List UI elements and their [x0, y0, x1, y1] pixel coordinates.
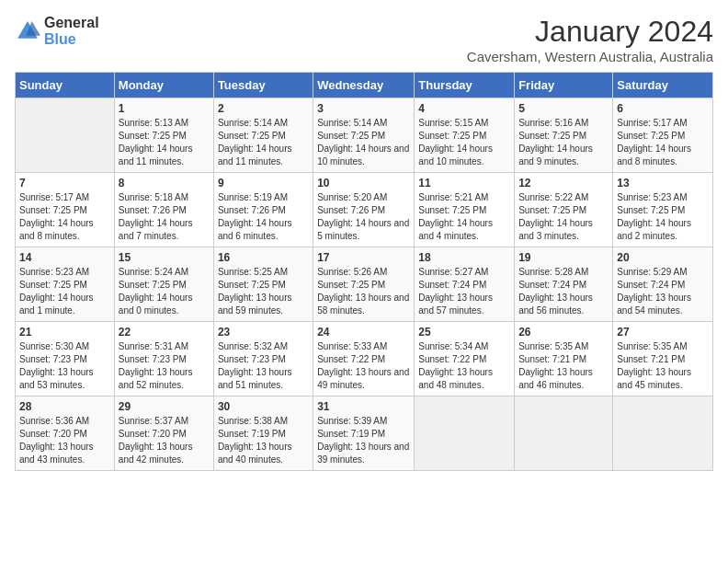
logo-text-general: General: [44, 15, 99, 30]
day-info: Sunrise: 5:14 AM Sunset: 7:25 PM Dayligh…: [317, 117, 410, 168]
daylight-text: Daylight: 13 hours and 39 minutes.: [317, 442, 409, 465]
header-cell-monday: Monday: [114, 73, 213, 98]
daylight-text: Daylight: 14 hours and 7 minutes.: [119, 218, 193, 241]
day-cell: 19 Sunrise: 5:28 AM Sunset: 7:24 PM Dayl…: [515, 247, 613, 322]
sunset-text: Sunset: 7:23 PM: [119, 354, 187, 364]
sunrise-text: Sunrise: 5:33 AM: [317, 341, 387, 351]
daylight-text: Daylight: 13 hours and 57 minutes.: [418, 293, 493, 316]
day-info: Sunrise: 5:31 AM Sunset: 7:23 PM Dayligh…: [119, 340, 210, 392]
sunset-text: Sunset: 7:25 PM: [317, 280, 385, 290]
day-number: 16: [218, 251, 309, 264]
day-cell: 11 Sunrise: 5:21 AM Sunset: 7:25 PM Dayl…: [415, 173, 515, 247]
day-cell: 17 Sunrise: 5:26 AM Sunset: 7:25 PM Dayl…: [313, 247, 415, 322]
day-cell: 7 Sunrise: 5:17 AM Sunset: 7:25 PM Dayli…: [16, 173, 115, 247]
week-row-1: 1 Sunrise: 5:13 AM Sunset: 7:25 PM Dayli…: [16, 98, 713, 173]
sunrise-text: Sunrise: 5:14 AM: [218, 118, 288, 128]
daylight-text: Daylight: 14 hours and 1 minute.: [19, 293, 94, 316]
day-info: Sunrise: 5:20 AM Sunset: 7:26 PM Dayligh…: [317, 191, 410, 243]
day-number: 24: [317, 326, 410, 339]
day-number: 14: [19, 251, 110, 264]
header-cell-sunday: Sunday: [16, 73, 115, 98]
page-header: General Blue January 2024 Caversham, Wes…: [15, 15, 713, 64]
day-info: Sunrise: 5:13 AM Sunset: 7:25 PM Dayligh…: [119, 117, 210, 168]
daylight-text: Daylight: 13 hours and 43 minutes.: [19, 442, 94, 465]
day-cell: 30 Sunrise: 5:38 AM Sunset: 7:19 PM Dayl…: [213, 396, 313, 471]
day-cell: 18 Sunrise: 5:27 AM Sunset: 7:24 PM Dayl…: [415, 247, 515, 322]
sunrise-text: Sunrise: 5:21 AM: [418, 192, 488, 202]
title-section: January 2024 Caversham, Western Australi…: [467, 15, 713, 64]
sunset-text: Sunset: 7:25 PM: [119, 131, 187, 141]
day-info: Sunrise: 5:23 AM Sunset: 7:25 PM Dayligh…: [617, 191, 709, 243]
day-cell: [415, 396, 515, 471]
sunrise-text: Sunrise: 5:19 AM: [218, 192, 288, 202]
week-row-3: 14 Sunrise: 5:23 AM Sunset: 7:25 PM Dayl…: [16, 247, 713, 322]
day-info: Sunrise: 5:14 AM Sunset: 7:25 PM Dayligh…: [218, 117, 309, 168]
sunset-text: Sunset: 7:25 PM: [418, 131, 486, 141]
day-number: 1: [119, 102, 210, 115]
day-number: 23: [218, 326, 309, 339]
sunrise-text: Sunrise: 5:35 AM: [617, 341, 687, 351]
day-info: Sunrise: 5:21 AM Sunset: 7:25 PM Dayligh…: [418, 191, 510, 243]
day-info: Sunrise: 5:28 AM Sunset: 7:24 PM Dayligh…: [518, 266, 609, 317]
sunrise-text: Sunrise: 5:22 AM: [518, 192, 588, 202]
sunrise-text: Sunrise: 5:17 AM: [617, 118, 687, 128]
sunset-text: Sunset: 7:20 PM: [119, 429, 187, 439]
daylight-text: Daylight: 13 hours and 45 minutes.: [617, 367, 691, 390]
week-row-5: 28 Sunrise: 5:36 AM Sunset: 7:20 PM Dayl…: [16, 396, 713, 471]
day-cell: 9 Sunrise: 5:19 AM Sunset: 7:26 PM Dayli…: [213, 173, 313, 247]
sunrise-text: Sunrise: 5:15 AM: [418, 118, 488, 128]
day-cell: [515, 396, 613, 471]
sunrise-text: Sunrise: 5:29 AM: [617, 267, 687, 277]
sunset-text: Sunset: 7:26 PM: [119, 205, 187, 215]
day-info: Sunrise: 5:39 AM Sunset: 7:19 PM Dayligh…: [317, 415, 410, 466]
sunrise-text: Sunrise: 5:38 AM: [218, 416, 288, 426]
day-cell: 4 Sunrise: 5:15 AM Sunset: 7:25 PM Dayli…: [415, 98, 515, 173]
day-cell: [16, 98, 115, 173]
day-number: 3: [317, 102, 410, 115]
header-cell-friday: Friday: [515, 73, 613, 98]
day-number: 8: [119, 177, 210, 190]
day-cell: 5 Sunrise: 5:16 AM Sunset: 7:25 PM Dayli…: [515, 98, 613, 173]
daylight-text: Daylight: 13 hours and 40 minutes.: [218, 442, 292, 465]
day-number: 9: [218, 177, 309, 190]
day-number: 4: [418, 102, 510, 115]
day-number: 25: [418, 326, 510, 339]
sunrise-text: Sunrise: 5:16 AM: [518, 118, 588, 128]
sunset-text: Sunset: 7:19 PM: [218, 429, 286, 439]
daylight-text: Daylight: 13 hours and 53 minutes.: [19, 367, 94, 390]
header-cell-wednesday: Wednesday: [313, 73, 415, 98]
day-info: Sunrise: 5:30 AM Sunset: 7:23 PM Dayligh…: [19, 340, 110, 392]
day-number: 21: [19, 326, 110, 339]
sunset-text: Sunset: 7:23 PM: [19, 354, 87, 364]
daylight-text: Daylight: 14 hours and 10 minutes.: [418, 144, 493, 167]
daylight-text: Daylight: 14 hours and 4 minutes.: [418, 218, 493, 241]
day-cell: [613, 396, 713, 471]
sunrise-text: Sunrise: 5:28 AM: [518, 267, 588, 277]
week-row-4: 21 Sunrise: 5:30 AM Sunset: 7:23 PM Dayl…: [16, 322, 713, 396]
day-cell: 21 Sunrise: 5:30 AM Sunset: 7:23 PM Dayl…: [16, 322, 115, 396]
sunset-text: Sunset: 7:25 PM: [218, 131, 286, 141]
day-number: 11: [418, 177, 510, 190]
daylight-text: Daylight: 14 hours and 11 minutes.: [119, 144, 193, 167]
header-cell-saturday: Saturday: [613, 73, 713, 98]
day-number: 13: [617, 177, 709, 190]
daylight-text: Daylight: 13 hours and 54 minutes.: [617, 293, 691, 316]
sunset-text: Sunset: 7:25 PM: [617, 205, 685, 215]
day-number: 26: [518, 326, 609, 339]
day-number: 20: [617, 251, 709, 264]
day-info: Sunrise: 5:34 AM Sunset: 7:22 PM Dayligh…: [418, 340, 510, 392]
daylight-text: Daylight: 14 hours and 3 minutes.: [518, 218, 593, 241]
day-cell: 25 Sunrise: 5:34 AM Sunset: 7:22 PM Dayl…: [415, 322, 515, 396]
day-cell: 3 Sunrise: 5:14 AM Sunset: 7:25 PM Dayli…: [313, 98, 415, 173]
day-cell: 24 Sunrise: 5:33 AM Sunset: 7:22 PM Dayl…: [313, 322, 415, 396]
logo-text-blue: Blue: [44, 31, 76, 47]
day-cell: 27 Sunrise: 5:35 AM Sunset: 7:21 PM Dayl…: [613, 322, 713, 396]
day-number: 30: [218, 400, 309, 413]
day-info: Sunrise: 5:27 AM Sunset: 7:24 PM Dayligh…: [418, 266, 510, 317]
sunrise-text: Sunrise: 5:20 AM: [317, 192, 387, 202]
day-info: Sunrise: 5:26 AM Sunset: 7:25 PM Dayligh…: [317, 266, 410, 317]
day-cell: 12 Sunrise: 5:22 AM Sunset: 7:25 PM Dayl…: [515, 173, 613, 247]
day-info: Sunrise: 5:22 AM Sunset: 7:25 PM Dayligh…: [518, 191, 609, 243]
day-number: 29: [119, 400, 210, 413]
sunrise-text: Sunrise: 5:24 AM: [119, 267, 188, 277]
